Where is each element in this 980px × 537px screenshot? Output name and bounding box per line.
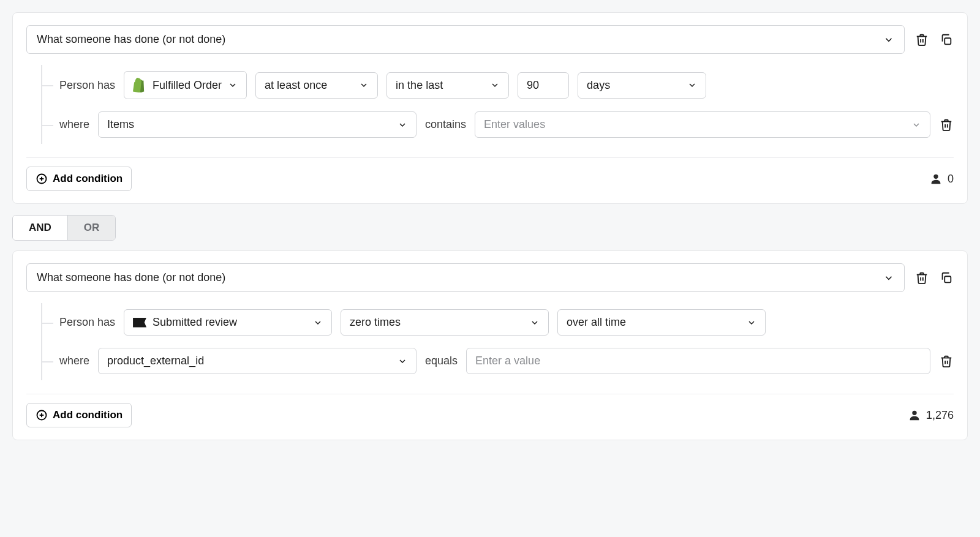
timeframe-label: over all time bbox=[567, 316, 741, 329]
where-property-label: Items bbox=[107, 118, 391, 131]
logic-operator-toggle: AND OR bbox=[12, 215, 116, 241]
plus-circle-icon bbox=[36, 173, 48, 185]
where-value-placeholder: Enter a value bbox=[475, 355, 540, 367]
review-icon bbox=[133, 318, 146, 328]
chevron-down-icon bbox=[687, 80, 697, 90]
where-property-select[interactable]: Items bbox=[98, 111, 417, 138]
plus-circle-icon bbox=[36, 409, 48, 421]
where-label: where bbox=[59, 118, 89, 131]
frequency-label: zero times bbox=[350, 316, 524, 329]
member-count-value: 0 bbox=[948, 173, 954, 186]
event-label: Submitted review bbox=[153, 316, 307, 329]
where-operator-label: equals bbox=[425, 355, 458, 367]
duplicate-group-button[interactable] bbox=[939, 271, 954, 285]
where-operator-label: contains bbox=[425, 118, 466, 131]
where-value-input[interactable]: Enter values bbox=[475, 111, 930, 138]
add-condition-label: Add condition bbox=[53, 173, 123, 185]
where-value-input[interactable]: Enter a value bbox=[466, 348, 930, 374]
divider bbox=[26, 157, 954, 158]
condition-nested-rows: Person has Fulfilled Order at least once… bbox=[41, 65, 954, 144]
chevron-down-icon bbox=[911, 120, 921, 130]
delete-filter-button[interactable] bbox=[939, 354, 954, 369]
group-footer: Add condition 1,276 bbox=[26, 403, 954, 427]
add-condition-label: Add condition bbox=[53, 409, 123, 421]
timeframe-number-input[interactable]: 90 bbox=[518, 72, 569, 99]
logic-and-button[interactable]: AND bbox=[13, 216, 68, 240]
svg-point-9 bbox=[912, 411, 916, 415]
timeframe-unit-label: days bbox=[587, 79, 681, 92]
member-count: 0 bbox=[929, 172, 954, 186]
person-icon bbox=[908, 408, 921, 422]
chevron-down-icon bbox=[398, 120, 407, 130]
member-count: 1,276 bbox=[908, 408, 954, 422]
condition-nested-rows: Person has Submitted review zero times o… bbox=[41, 303, 954, 380]
shopify-icon bbox=[133, 78, 146, 92]
chevron-down-icon bbox=[313, 318, 323, 328]
event-select[interactable]: Submitted review bbox=[124, 309, 332, 336]
frequency-select[interactable]: zero times bbox=[341, 309, 549, 336]
chevron-down-icon bbox=[359, 80, 369, 90]
event-select[interactable]: Fulfilled Order bbox=[124, 71, 247, 99]
event-row: Person has Fulfilled Order at least once… bbox=[42, 65, 954, 105]
chevron-down-icon bbox=[747, 318, 756, 328]
chevron-down-icon bbox=[228, 80, 238, 90]
member-count-value: 1,276 bbox=[926, 409, 954, 422]
timeframe-select[interactable]: in the last bbox=[386, 72, 509, 99]
add-condition-button[interactable]: Add condition bbox=[26, 167, 132, 191]
where-row: where Items contains Enter values bbox=[42, 105, 954, 144]
event-label: Fulfilled Order bbox=[153, 79, 222, 92]
delete-filter-button[interactable] bbox=[939, 118, 954, 132]
where-property-select[interactable]: product_external_id bbox=[98, 348, 417, 374]
chevron-down-icon bbox=[398, 356, 407, 366]
condition-group-1: What someone has done (or not done) Pers… bbox=[12, 12, 968, 204]
group-footer: Add condition 0 bbox=[26, 167, 954, 191]
condition-header-row: What someone has done (or not done) bbox=[26, 263, 954, 292]
chevron-down-icon bbox=[883, 272, 894, 284]
chevron-down-icon bbox=[490, 80, 500, 90]
delete-group-button[interactable] bbox=[914, 32, 929, 47]
condition-header-row: What someone has done (or not done) bbox=[26, 25, 954, 54]
frequency-select[interactable]: at least once bbox=[255, 72, 378, 99]
event-row: Person has Submitted review zero times o… bbox=[42, 303, 954, 342]
chevron-down-icon bbox=[883, 34, 894, 45]
svg-rect-5 bbox=[944, 276, 951, 282]
where-row: where product_external_id equals Enter a… bbox=[42, 342, 954, 380]
condition-type-label: What someone has done (or not done) bbox=[37, 33, 225, 46]
timeframe-label: in the last bbox=[396, 79, 484, 92]
svg-point-4 bbox=[933, 175, 938, 179]
where-property-label: product_external_id bbox=[107, 355, 391, 367]
duplicate-group-button[interactable] bbox=[939, 32, 954, 47]
timeframe-select[interactable]: over all time bbox=[557, 309, 766, 336]
person-icon bbox=[929, 172, 943, 186]
person-has-label: Person has bbox=[59, 316, 115, 329]
condition-group-2: What someone has done (or not done) Pers… bbox=[12, 250, 968, 440]
condition-type-select[interactable]: What someone has done (or not done) bbox=[26, 25, 905, 54]
where-value-placeholder: Enter values bbox=[484, 118, 545, 131]
delete-group-button[interactable] bbox=[914, 271, 929, 285]
where-label: where bbox=[59, 355, 89, 367]
person-has-label: Person has bbox=[59, 79, 115, 92]
svg-rect-0 bbox=[944, 38, 951, 44]
timeframe-number-value: 90 bbox=[527, 79, 539, 91]
divider bbox=[26, 394, 954, 394]
condition-type-select[interactable]: What someone has done (or not done) bbox=[26, 263, 905, 292]
chevron-down-icon bbox=[530, 318, 540, 328]
logic-or-button[interactable]: OR bbox=[68, 216, 116, 240]
add-condition-button[interactable]: Add condition bbox=[26, 403, 132, 427]
condition-type-label: What someone has done (or not done) bbox=[37, 271, 225, 284]
frequency-label: at least once bbox=[265, 79, 353, 92]
timeframe-unit-select[interactable]: days bbox=[578, 72, 706, 99]
